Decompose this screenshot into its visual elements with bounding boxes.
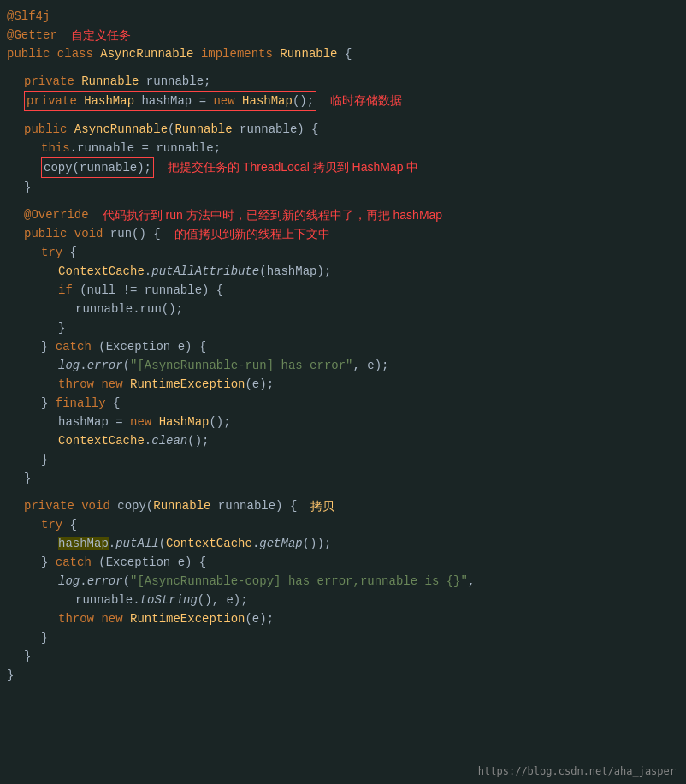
code-line: if (null != runnable) { bbox=[0, 281, 686, 300]
code-line: public AsyncRunnable(Runnable runnable) … bbox=[0, 120, 686, 139]
code-line: try { bbox=[0, 243, 686, 262]
code-line: } finally { bbox=[0, 394, 686, 413]
code-line: try { bbox=[0, 515, 686, 534]
code-line: log.error("[AsyncRunnable-run] has error… bbox=[0, 356, 686, 375]
code-line: } bbox=[0, 666, 686, 685]
code-line: private Runnable runnable; bbox=[0, 72, 686, 91]
code-line: runnable.run(); bbox=[0, 300, 686, 318]
footer-url: https://blog.csdn.net/aha_jasper bbox=[478, 765, 676, 777]
code-line: } bbox=[0, 178, 686, 197]
code-editor: @Slf4j@Getter自定义任务public class AsyncRunn… bbox=[0, 0, 686, 784]
zh-comment-block: 的值拷贝到新的线程上下文中 bbox=[174, 224, 330, 243]
code-line: @Override代码执行到 run 方法中时，已经到新的线程中了，再把 has… bbox=[0, 205, 686, 224]
code-line: @Getter自定义任务 bbox=[0, 26, 686, 45]
code-line: log.error("[AsyncRunnable-copy] has erro… bbox=[0, 572, 686, 591]
code-line: public class AsyncRunnable implements Ru… bbox=[0, 45, 686, 63]
code-line: runnable.toString(), e); bbox=[0, 591, 686, 609]
code-line: private HashMap hashMap = new HashMap();… bbox=[0, 91, 686, 111]
zh-comment: 自定义任务 bbox=[71, 26, 131, 45]
zh-comment: 把提交任务的 ThreadLocal 拷贝到 HashMap 中 bbox=[168, 157, 418, 176]
code-line: } bbox=[0, 647, 686, 666]
code-line: } bbox=[0, 450, 686, 469]
code-line: private void copy(Runnable runnable) {拷贝 bbox=[0, 496, 686, 515]
code-line: } bbox=[0, 318, 686, 337]
code-line: @Slf4j bbox=[0, 7, 686, 26]
code-line: ContextCache.putAllAttribute(hashMap); bbox=[0, 262, 686, 281]
code-line: hashMap.putAll(ContextCache.getMap()); bbox=[0, 534, 686, 553]
zh-comment: 临时存储数据 bbox=[330, 91, 402, 110]
code-line: } bbox=[0, 469, 686, 488]
zh-comment-block: 代码执行到 run 方法中时，已经到新的线程中了，再把 hashMap bbox=[103, 205, 443, 224]
code-line: } catch (Exception e) { bbox=[0, 553, 686, 572]
zh-highlight: 拷贝 bbox=[310, 496, 334, 515]
code-line: public void run() {的值拷贝到新的线程上下文中 bbox=[0, 224, 686, 243]
code-line: throw new RuntimeException(e); bbox=[0, 375, 686, 394]
code-line: ContextCache.clean(); bbox=[0, 431, 686, 450]
code-line: copy(runnable);把提交任务的 ThreadLocal 拷贝到 Ha… bbox=[0, 157, 686, 178]
code-line: this.runnable = runnable; bbox=[0, 139, 686, 157]
code-line: } catch (Exception e) { bbox=[0, 337, 686, 356]
code-line: } bbox=[0, 628, 686, 647]
code-line: throw new RuntimeException(e); bbox=[0, 609, 686, 628]
code-line: hashMap = new HashMap(); bbox=[0, 413, 686, 431]
